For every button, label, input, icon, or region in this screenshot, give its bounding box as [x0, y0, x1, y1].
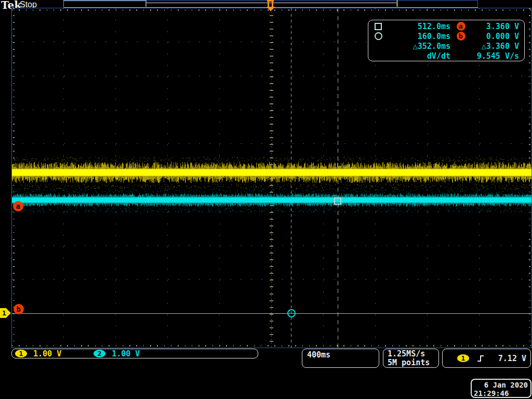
trigger-marker-arrow-icon [267, 7, 275, 11]
cursor-a-time: 512.0ms [392, 22, 450, 31]
trigger-marker-post [268, 2, 269, 7]
cursor-a-value: 3.360 V [471, 22, 519, 31]
cursor-delta-value: △3.360 V [471, 42, 519, 51]
cursor-b-value: 0.000 V [471, 32, 519, 41]
cursor-a-label-badge: a [450, 22, 471, 31]
cursor-a-badge[interactable]: a [13, 201, 23, 211]
circle-cursor-icon [375, 32, 392, 40]
channel-scale-box[interactable]: 1 1.00 V 2 1.00 V [11, 349, 258, 358]
record-bar-divider [145, 0, 147, 7]
cursor-readout-box: 512.0ms a 3.360 V 160.0ms b 0.000 V △352… [368, 20, 525, 61]
ch1-ground-marker[interactable]: 1 [0, 308, 11, 318]
ch1-badge[interactable]: 1 [15, 350, 27, 357]
ch2-badge[interactable]: 2 [94, 350, 105, 357]
trigger-box[interactable]: 1 7.12 V [442, 349, 531, 368]
cursor-b-time: 160.0ms [392, 32, 450, 41]
square-cursor-icon [375, 23, 392, 30]
cursor-b-circle-marker[interactable] [287, 309, 296, 317]
horizontal-scale-box[interactable]: 400ms [302, 349, 379, 368]
record-bar-right-edge [477, 0, 478, 7]
trigger-source-badge: 1 [457, 354, 469, 362]
time-display: 21:29:46 [474, 389, 528, 397]
cursor-b-label-badge: b [450, 32, 471, 41]
oscilloscope-screen: Tek Stop a b 1 512.0ms a [0, 0, 532, 399]
cursor-delta-time: △352.0ms [392, 42, 450, 51]
dvdt-value: 9.545 V/s [471, 51, 519, 61]
rising-edge-icon [476, 354, 485, 363]
date-display: 6 Jan 2020 [474, 381, 528, 389]
ch2-scale: 1.00 V [112, 349, 140, 358]
trigger-position-marker[interactable] [266, 0, 275, 12]
ch1-scale: 1.00 V [33, 349, 61, 358]
record-bar-divider [396, 0, 398, 7]
cursor-b-badge[interactable]: b [14, 304, 24, 314]
trigger-marker-post [272, 2, 273, 7]
time-per-div: 400ms [307, 350, 330, 360]
cursor-a-square-marker[interactable] [334, 197, 341, 205]
dvdt-label: dV/dt [392, 51, 450, 61]
acquisition-box[interactable]: 1.25MS/s 5M points [383, 349, 439, 368]
datetime-box: 6 Jan 2020 21:29:46 [471, 379, 531, 398]
record-bar-segment [63, 1, 146, 1]
sample-rate: 1.25MS/s [388, 350, 438, 358]
record-length: 5M points [388, 358, 438, 367]
trigger-level: 7.12 V [498, 354, 526, 363]
